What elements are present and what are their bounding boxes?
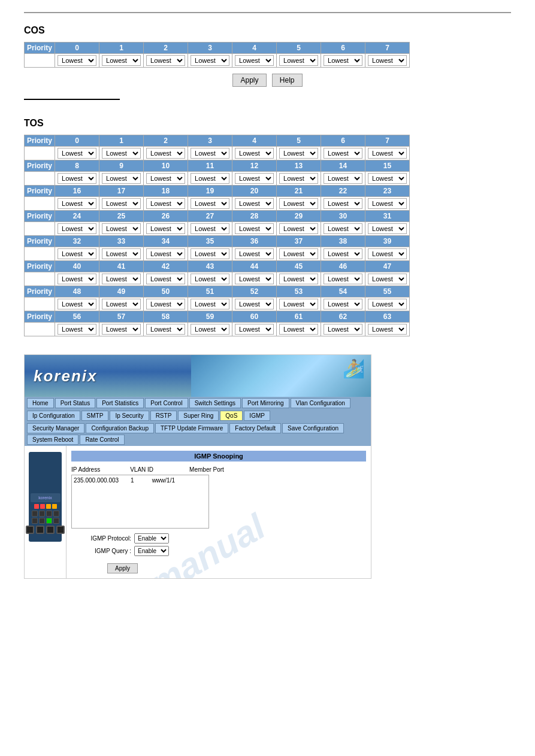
igmp-query-select[interactable]: Enable Disable [134,546,169,556]
tos-sel-23[interactable]: Lowest [368,198,407,209]
tos-sel-32[interactable]: Lowest [58,248,96,259]
cos-select-0[interactable]: LowestLowMiddleHighHighest [55,54,99,68]
top-divider [24,12,511,13]
nav-system-reboot[interactable]: System Reboot [27,435,78,445]
nav-port-mirroring[interactable]: Port Mirroring [242,398,289,408]
tos-sel-55[interactable]: Lowest [368,299,407,309]
cos-select-6[interactable]: LowestLowMiddleHighHighest [321,54,365,68]
nav-vlan-configuration[interactable]: Vlan Configuration [291,398,350,408]
igmp-apply-button[interactable]: Apply [107,563,138,573]
tos-sel-6[interactable]: Lowest [324,148,362,159]
nav-qos[interactable]: QoS [220,411,243,421]
tos-sel-35[interactable]: Lowest [191,248,229,259]
tos-sel-20[interactable]: Lowest [235,198,274,209]
cos-apply-button[interactable]: Apply [232,74,266,87]
tos-sel-21[interactable]: Lowest [279,198,318,209]
tos-sel-16[interactable]: Lowest [58,198,96,209]
tos-sel-46[interactable]: Lowest [324,274,362,284]
nav-rstp[interactable]: RSTP [150,411,177,421]
tos-sel-0[interactable]: Lowest [58,148,96,159]
tos-sel-48[interactable]: Lowest [58,299,96,309]
tos-sel-10[interactable]: Lowest [146,173,185,184]
tos-sel-45[interactable]: Lowest [279,274,318,284]
tos-sel-30[interactable]: Lowest [324,223,362,234]
tos-sel-40[interactable]: Lowest [58,274,96,284]
nav-save-configuration[interactable]: Save Configuration [282,423,344,433]
tos-sel-25[interactable]: Lowest [102,223,141,234]
cos-select-7[interactable]: LowestLowMiddleHighHighest [365,54,410,68]
igmp-protocol-select[interactable]: Enable Disable [134,533,169,544]
tos-sel-38[interactable]: Lowest [324,248,362,259]
cos-select-2[interactable]: LowestLowMiddleHighHighest [144,54,188,68]
tos-sel-56[interactable]: Lowest [58,324,96,335]
tos-sel-7[interactable]: Lowest [368,148,407,159]
nav-security-manager[interactable]: Security Manager [27,423,84,433]
tos-sel-13[interactable]: Lowest [279,173,318,184]
nav-port-statistics[interactable]: Port Statistics [96,398,144,408]
tos-select-row-56: Lowest Lowest Lowest Lowest Lowest Lowes… [25,323,410,336]
tos-sel-54[interactable]: Lowest [324,299,362,309]
nav-port-status[interactable]: Port Status [55,398,95,408]
nav-switch-settings[interactable]: Switch Settings [189,398,241,408]
nav-super-ring[interactable]: Super Ring [178,411,219,421]
tos-sel-17[interactable]: Lowest [102,198,141,209]
tos-sel-47[interactable]: Lowest [368,274,407,284]
tos-sel-34[interactable]: Lowest [146,248,185,259]
tos-sel-4[interactable]: Lowest [235,148,274,159]
cos-select-5[interactable]: LowestLowMiddleHighHighest [277,54,321,68]
tos-sel-26[interactable]: Lowest [146,223,185,234]
cos-select-1[interactable]: LowestLowMiddleHighHighest [99,54,144,68]
tos-sel-15[interactable]: Lowest [368,173,407,184]
tos-sel-59[interactable]: Lowest [191,324,229,335]
tos-sel-5[interactable]: Lowest [279,148,318,159]
tos-sel-27[interactable]: Lowest [191,223,229,234]
nav-ip-configuration[interactable]: Ip Configuration [27,411,80,421]
nav-ip-security[interactable]: Ip Security [110,411,149,421]
tos-sel-12[interactable]: Lowest [235,173,274,184]
nav-configuration-backup[interactable]: Configuration Backup [86,423,154,433]
tos-sel-58[interactable]: Lowest [146,324,185,335]
tos-sel-29[interactable]: Lowest [279,223,318,234]
tos-sel-57[interactable]: Lowest [102,324,141,335]
tos-sel-62[interactable]: Lowest [324,324,362,335]
tos-sel-28[interactable]: Lowest [235,223,274,234]
cos-select-4[interactable]: LowestLowMiddleHighHighest [232,54,277,68]
tos-sel-60[interactable]: Lowest [235,324,274,335]
cos-select-3[interactable]: LowestLowMiddleHighHighest [188,54,232,68]
nav-factory-default[interactable]: Factory Default [229,423,281,433]
nav-igmp[interactable]: IGMP [244,411,270,421]
tos-sel-42[interactable]: Lowest [146,274,185,284]
tos-sel-8[interactable]: Lowest [58,173,96,184]
tos-sel-2[interactable]: Lowest [146,148,185,159]
nav-home[interactable]: Home [27,398,54,408]
tos-sel-49[interactable]: Lowest [102,299,141,309]
tos-sel-43[interactable]: Lowest [191,274,229,284]
tos-sel-19[interactable]: Lowest [191,198,229,209]
tos-sel-50[interactable]: Lowest [146,299,185,309]
tos-sel-11[interactable]: Lowest [191,173,229,184]
tos-sel-14[interactable]: Lowest [324,173,362,184]
tos-sel-33[interactable]: Lowest [102,248,141,259]
tos-sel-61[interactable]: Lowest [279,324,318,335]
nav-port-control[interactable]: Port Control [145,398,188,408]
tos-sel-52[interactable]: Lowest [235,299,274,309]
tos-sel-22[interactable]: Lowest [324,198,362,209]
cos-help-button[interactable]: Help [272,74,303,87]
nav-tftp-update[interactable]: TFTP Update Firmware [155,423,228,433]
tos-sel-51[interactable]: Lowest [191,299,229,309]
tos-sel-44[interactable]: Lowest [235,274,274,284]
tos-sel-63[interactable]: Lowest [368,324,407,335]
tos-sel-9[interactable]: Lowest [102,173,141,184]
tos-sel-39[interactable]: Lowest [368,248,407,259]
tos-sel-41[interactable]: Lowest [102,274,141,284]
tos-sel-36[interactable]: Lowest [235,248,274,259]
nav-rate-control[interactable]: Rate Control [80,435,124,445]
tos-sel-31[interactable]: Lowest [368,223,407,234]
tos-sel-18[interactable]: Lowest [146,198,185,209]
tos-sel-1[interactable]: Lowest [102,148,141,159]
tos-sel-53[interactable]: Lowest [279,299,318,309]
nav-smtp[interactable]: SMTP [81,411,109,421]
tos-sel-37[interactable]: Lowest [279,248,318,259]
tos-sel-3[interactable]: Lowest [191,148,229,159]
tos-sel-24[interactable]: Lowest [58,223,96,234]
